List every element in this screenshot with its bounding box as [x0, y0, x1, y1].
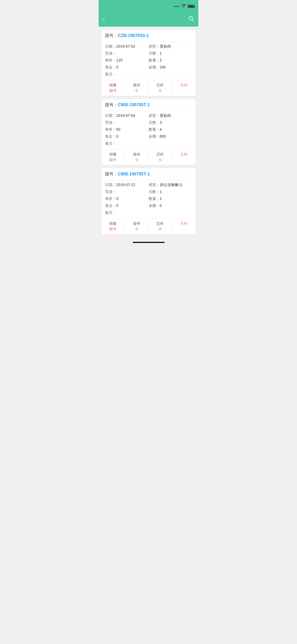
- field-value: 240: [160, 65, 166, 69]
- info-item-7: 金额：0: [149, 203, 192, 208]
- info-item-2: 导游：: [105, 51, 149, 56]
- payment-overdue-label: 欠付: [173, 221, 195, 226]
- info-item-4: 单价：0: [105, 196, 149, 201]
- field-label: 房型：: [149, 113, 160, 118]
- status-icons: [174, 4, 194, 9]
- payment-settlement-2: 结算刷卡: [101, 149, 125, 165]
- info-grid-3: 日期：2019-07-12房型：床位含晚餐/人导游：天数：1单价：0数量：1免去…: [105, 183, 192, 208]
- info-item-5: 数量：4: [149, 127, 192, 132]
- payment-payable-3: 应付0: [125, 219, 149, 234]
- field-value: 50: [116, 127, 120, 132]
- content-area: 团号：CZB-190705S-1日期：2019-07-02房型：普标间导游：天数…: [99, 27, 198, 237]
- payment-payable-value: 0: [126, 227, 147, 231]
- info-item-6: 免去：0: [105, 65, 149, 70]
- info-item-0: 日期：2019-07-04: [105, 113, 149, 118]
- field-label: 金额：: [149, 134, 160, 138]
- field-value: 0: [116, 134, 118, 138]
- field-value: 3: [160, 120, 162, 125]
- card-header-3: 团号：CWB-190705T-1: [101, 168, 196, 180]
- payment-payable-value: 0: [126, 88, 147, 93]
- team-no-value: CWB-190705T-1: [118, 172, 150, 176]
- info-item-2: 导游：: [105, 190, 149, 194]
- payment-settlement-label: 结算: [102, 152, 124, 157]
- home-indicator: [99, 237, 198, 245]
- payment-settlement-value: 刷卡: [102, 158, 124, 162]
- payment-paid-value: 0: [150, 88, 171, 93]
- payment-row-3: 结算刷卡应付0已付0欠付: [101, 218, 196, 234]
- field-label: 房型：: [149, 183, 160, 187]
- payment-paid-value: 0: [150, 227, 171, 231]
- field-value: 1: [160, 196, 162, 201]
- field-value: 普标间: [160, 113, 171, 118]
- field-value: 床位含晚餐/人: [160, 183, 183, 187]
- field-value: 2: [160, 58, 162, 62]
- payment-settlement-value: 刷卡: [102, 227, 124, 232]
- payment-paid-2: 已付0: [149, 149, 172, 165]
- info-grid-2: 日期：2019-07-04房型：普标间导游：天数：3单价：50数量：4免去：0金…: [105, 113, 192, 139]
- payment-payable-label: 应付: [126, 152, 147, 157]
- card-body-1: 日期：2019-07-02房型：普标间导游：天数：1单价：120数量：2免去：0…: [101, 42, 196, 77]
- payment-payable-1: 应付0: [125, 80, 149, 96]
- field-value: 2019-07-02: [116, 44, 135, 48]
- field-label: 金额：: [149, 65, 160, 69]
- field-label: 单价：: [105, 58, 116, 62]
- field-value: 2019-07-04: [116, 113, 135, 118]
- field-label: 导游：: [105, 190, 116, 194]
- info-item-1: 房型：普标间: [149, 113, 192, 118]
- team-no-label: 团号：: [105, 172, 118, 176]
- info-item-4: 单价：50: [105, 127, 149, 132]
- field-label: 单价：: [105, 196, 116, 201]
- payment-paid-label: 已付: [150, 83, 171, 88]
- payment-settlement-1: 结算刷卡: [101, 80, 125, 96]
- payment-paid-3: 已付0: [149, 219, 172, 234]
- info-item-6: 免去：0: [105, 203, 149, 208]
- field-label: 日期：: [105, 44, 116, 48]
- back-button[interactable]: ‹: [103, 16, 105, 23]
- info-item-5: 数量：2: [149, 58, 192, 63]
- info-item-0: 日期：2019-07-12: [105, 183, 149, 187]
- payment-payable-2: 应付0: [125, 149, 149, 165]
- info-item-7: 金额：240: [149, 65, 192, 70]
- search-icon[interactable]: [188, 16, 194, 23]
- wifi-icon: [181, 4, 186, 9]
- remark-row-3: 备注：: [105, 210, 192, 216]
- team-no-value: CZB-190705S-1: [118, 33, 149, 38]
- payment-payable-value: 0: [126, 158, 147, 162]
- card-2: 团号：CWB-190705T-1日期：2019-07-04房型：普标间导游：天数…: [101, 99, 196, 165]
- payment-overdue-3: 欠付: [172, 219, 196, 234]
- battery-icon: [188, 5, 194, 8]
- home-bar: [133, 242, 165, 243]
- info-item-3: 天数：3: [149, 120, 192, 125]
- team-no-label: 团号：: [105, 33, 118, 38]
- payment-settlement-value: 刷卡: [102, 88, 124, 93]
- info-item-3: 天数：1: [149, 51, 192, 56]
- info-item-1: 房型：床位含晚餐/人: [149, 183, 192, 187]
- field-label: 数量：: [149, 127, 160, 132]
- field-label: 导游：: [105, 120, 116, 125]
- field-value: 0: [116, 203, 118, 208]
- payment-overdue-1: 欠付: [172, 80, 196, 96]
- signal-icon: [174, 6, 180, 7]
- payment-row-2: 结算刷卡应付0已付0欠付: [101, 149, 196, 165]
- field-label: 天数：: [149, 120, 160, 125]
- field-label: 日期：: [105, 183, 116, 187]
- field-label: 免去：: [105, 65, 116, 69]
- field-value: 4: [160, 127, 162, 132]
- info-item-6: 免去：0: [105, 134, 149, 139]
- field-label: 单价：: [105, 127, 116, 132]
- remark-row-1: 备注：: [105, 72, 192, 77]
- info-item-4: 单价：120: [105, 58, 149, 63]
- card-3: 团号：CWB-190705T-1日期：2019-07-12房型：床位含晚餐/人导…: [101, 168, 196, 234]
- field-label: 导游：: [105, 51, 116, 55]
- field-value: 1: [160, 51, 162, 55]
- payment-paid-label: 已付: [150, 221, 171, 226]
- info-item-3: 天数：1: [149, 190, 192, 194]
- field-value: 0: [160, 203, 162, 208]
- field-value: 1: [160, 190, 162, 194]
- field-label: 数量：: [149, 58, 160, 62]
- payment-overdue-2: 欠付: [172, 149, 196, 165]
- info-item-1: 房型：普标间: [149, 44, 192, 49]
- payment-settlement-label: 结算: [102, 221, 124, 226]
- field-label: 免去：: [105, 134, 116, 138]
- payment-payable-label: 应付: [126, 221, 147, 226]
